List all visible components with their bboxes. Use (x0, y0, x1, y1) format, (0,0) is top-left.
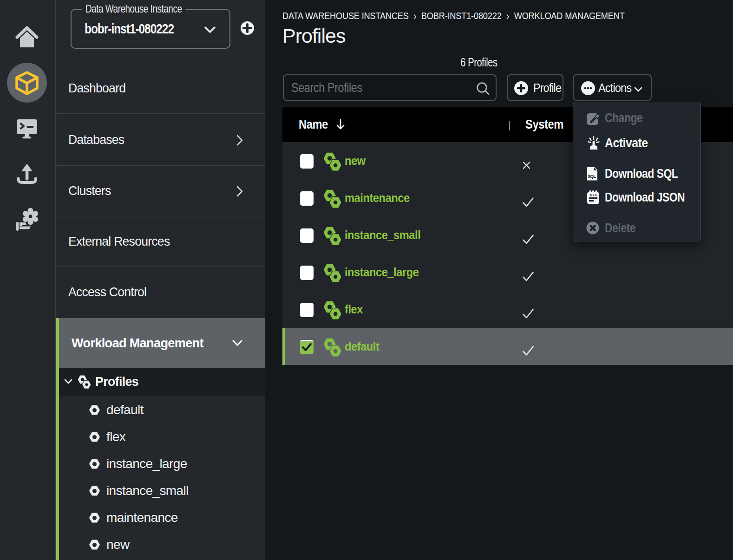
svg-text:SQL: SQL (588, 174, 596, 179)
